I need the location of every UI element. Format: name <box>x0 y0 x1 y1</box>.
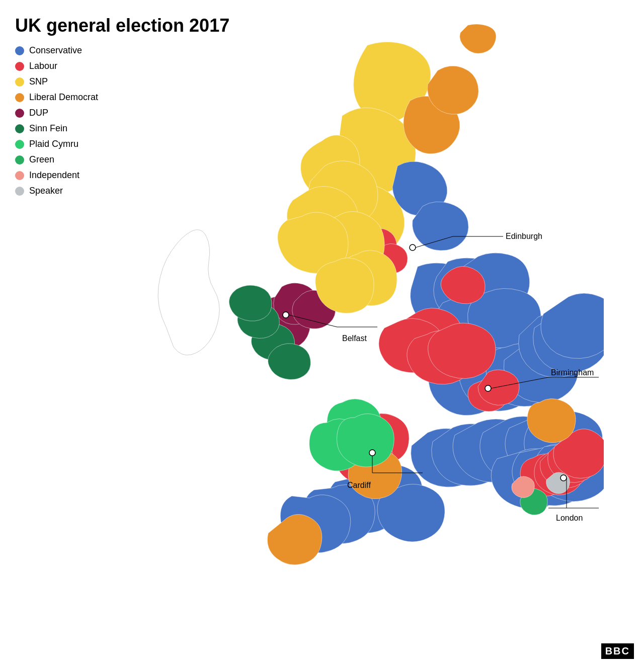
london-dot <box>560 475 567 481</box>
legend-dot-conservative <box>15 46 24 55</box>
legend-dot-sinn-fein <box>15 124 24 133</box>
legend-item-sinn-fein: Sinn Fein <box>15 123 98 134</box>
legend-dot-speaker <box>15 187 24 196</box>
legend-label-sinn-fein: Sinn Fein <box>29 123 67 134</box>
london-label: London <box>556 514 583 522</box>
legend-item-labour: Labour <box>15 61 98 71</box>
belfast-label: Belfast <box>342 334 367 343</box>
legend-label-plaid: Plaid Cymru <box>29 139 78 149</box>
uk-map: .r { fill: #E63946; stroke: #fff; stroke… <box>126 15 604 639</box>
legend-item-snp: SNP <box>15 76 98 87</box>
map-container: .r { fill: #E63946; stroke: #fff; stroke… <box>126 15 604 639</box>
legend-dot-lib-dem <box>15 93 24 102</box>
legend-dot-plaid <box>15 140 24 149</box>
legend-dot-green <box>15 155 24 164</box>
legend-label-conservative: Conservative <box>29 45 82 56</box>
legend-label-snp: SNP <box>29 76 48 87</box>
legend-item-dup: DUP <box>15 108 98 118</box>
legend-item-conservative: Conservative <box>15 45 98 56</box>
birmingham-label: Birmingham <box>551 368 594 377</box>
legend-label-green: Green <box>29 154 54 165</box>
legend-dot-labour <box>15 62 24 71</box>
legend-label-speaker: Speaker <box>29 186 63 196</box>
legend-item-lib-dem: Liberal Democrat <box>15 92 98 103</box>
belfast-dot <box>283 312 289 318</box>
birmingham-dot <box>485 385 491 391</box>
legend-item-independent: Independent <box>15 170 98 181</box>
bbc-logo: BBC <box>601 643 634 659</box>
cardiff-dot <box>369 450 375 456</box>
cardiff-label: Cardiff <box>347 481 371 489</box>
page-container: UK general election 2017 ConservativeLab… <box>0 0 644 664</box>
legend-dot-independent <box>15 171 24 180</box>
legend-label-lib-dem: Liberal Democrat <box>29 92 98 103</box>
edinburgh-label: Edinburgh <box>506 232 542 240</box>
legend-dot-snp <box>15 77 24 87</box>
edinburgh-dot <box>410 244 416 251</box>
legend-label-labour: Labour <box>29 61 57 71</box>
legend-item-plaid: Plaid Cymru <box>15 139 98 149</box>
legend: ConservativeLabourSNPLiberal DemocratDUP… <box>15 45 98 196</box>
legend-item-speaker: Speaker <box>15 186 98 196</box>
legend-label-dup: DUP <box>29 108 48 118</box>
legend-label-independent: Independent <box>29 170 79 181</box>
legend-dot-dup <box>15 109 24 118</box>
legend-item-green: Green <box>15 154 98 165</box>
